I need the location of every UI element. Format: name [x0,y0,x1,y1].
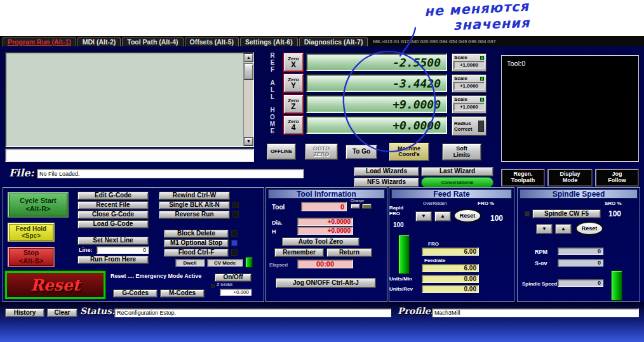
return-button[interactable]: Return [326,248,372,257]
recent-file-button[interactable]: Recent File [77,201,149,209]
radius-correct-button[interactable]: Radius Correct [452,116,486,136]
tab-settings[interactable]: Settings (Alt-6) [240,37,298,46]
zero-4-button[interactable]: Zero 4 [283,115,304,135]
scale-y-value[interactable]: +1.0000 [453,82,485,90]
m-codes-button[interactable]: M-Codes [160,289,205,298]
block-delete-button[interactable]: Block Delete [164,230,229,238]
flood-button[interactable]: Flood Ctrl-F [164,249,229,257]
load-gcode-button[interactable]: Load G-Code [77,220,149,228]
tool-change-down-button[interactable] [362,204,372,209]
history-button[interactable]: History [5,308,44,317]
sro-decrease-button[interactable]: ▼ [536,224,553,234]
gcode-scrollbar[interactable]: ▲ ▼ [243,53,253,146]
tool-h-field[interactable]: +0.0000 [297,227,353,235]
overridden-label: OverRidden [423,201,446,206]
ref-all-home-button[interactable]: R E F A L L H O M E [267,53,278,135]
auto-tool-zero-button[interactable]: Auto Tool Zero [282,237,359,246]
line-number-field[interactable]: 0 [97,246,149,254]
g-codes-button[interactable]: G-Codes [113,289,158,298]
fro-value-field[interactable]: 6.00 [422,247,479,256]
dro-x-axis[interactable]: -2.5500 [306,53,447,71]
fro-increase-button[interactable]: ▲ [434,211,451,221]
cycle-start-button[interactable]: Cycle Start <Alt-R> [8,192,69,218]
conversational-button[interactable]: Conversational [421,177,493,188]
close-gcode-button[interactable]: Close G-Code [77,211,149,219]
stop-button[interactable]: Stop <Alt-S> [8,247,55,267]
spindle-speed-field[interactable]: 0 [558,279,603,287]
zero-x-button[interactable]: Zero X [283,53,304,72]
jog-on-off-button[interactable]: Jog ON/OFF Ctrl-Alt-J [276,278,376,288]
tool-dia-field[interactable]: +0.0000 [297,218,353,226]
tool-number-field[interactable]: 0 [301,202,347,211]
tab-offsets[interactable]: Offsets (Alt-5) [185,37,239,46]
tab-tool-path[interactable]: Tool Path (Alt-4) [122,37,183,46]
to-go-button[interactable]: To Go [345,145,377,159]
goto-zero-button[interactable]: GOTO ZERO [305,143,338,160]
sro-increase-button[interactable]: ▲ [555,224,572,234]
scale-x-box[interactable]: Scale +1.0000 [452,53,486,72]
clear-button[interactable]: Clear [47,308,77,317]
run-from-here-button[interactable]: Run From Here [77,256,149,264]
spindle-cw-button[interactable]: Spindle CW F5 [532,209,601,218]
sro-slider[interactable] [611,270,622,301]
z-inhibit-led-icon [211,284,215,288]
soft-limits-button[interactable]: Soft Limits [442,143,481,161]
units-min-field: 0.00 [422,275,479,283]
regen-toolpath-button[interactable]: Regen. Toolpath [501,169,545,187]
scale-z-box[interactable]: Scale +1.0000 [452,95,486,114]
sro-down-icon: ▼ [542,227,547,232]
rewind-button[interactable]: Rewind Ctrl-W [159,192,230,200]
m1-optional-stop-button[interactable]: M1 Optional Stop [164,239,229,247]
tool-label: Tool [272,204,285,211]
scale-z-value[interactable]: +1.0000 [453,103,485,111]
on-off-button[interactable]: On/Off [215,273,252,282]
gcode-list[interactable]: ▲ ▼ [5,52,254,147]
toolpath-display[interactable]: Tool:0 [501,55,639,162]
tab-program-run[interactable]: Program Run (Alt-1) [3,37,76,46]
scroll-down-button[interactable]: ▼ [244,137,253,146]
dro-y-axis[interactable]: -3.4420 [306,74,447,92]
single-blk-button[interactable]: Single BLK Alt-N [159,201,230,209]
z-inhibit-value-field[interactable]: +0.000 [220,289,252,296]
sov-field[interactable]: 0 [558,259,603,266]
feed-hold-button[interactable]: Feed Hold <Spc> [8,223,55,242]
scrollbar-thumb[interactable] [244,63,253,80]
single-blk-led-icon [232,202,239,208]
load-wizards-button[interactable]: Load Wizards [354,167,419,176]
scale-y-label: Scale [454,76,467,81]
tool-information-header: Tool Information [268,189,385,199]
fro-decrease-button[interactable]: ▼ [415,211,432,221]
remember-button[interactable]: Remember [274,248,324,257]
zero-z-button[interactable]: Zero Z [283,95,304,114]
machine-coords-button[interactable]: Machine Coord's [389,142,429,161]
fro-reset-button[interactable]: Reset [453,209,481,223]
set-next-line-button[interactable]: Set Next Line [77,237,149,245]
nfs-wizards-button[interactable]: NFS Wizards [354,178,419,187]
scale-x-led-icon [480,56,484,60]
tool-change-up-button[interactable] [351,204,360,209]
reset-button[interactable]: Reset [5,271,105,299]
scale-x-value[interactable]: +1.0000 [453,61,485,69]
edit-gcode-button[interactable]: Edit G-Code [77,192,149,200]
fro-slider[interactable] [398,235,410,274]
scale-z-label: Scale [454,96,467,102]
display-mode-button[interactable]: Display Mode [547,169,593,187]
m1-optional-stop-led-icon [231,240,238,246]
jog-follow-button[interactable]: Jog Follow [595,169,639,187]
mach3-window: Program Run (Alt-1) MDI (Alt-2) Tool Pat… [0,0,644,342]
dro-4-axis[interactable]: +0.0000 [306,116,447,134]
feedrate-value-field[interactable]: 6.00 [422,264,479,272]
sro-reset-button[interactable]: Reset [575,221,603,235]
scale-y-box[interactable]: Scale +1.0000 [452,74,486,93]
scroll-up-button[interactable]: ▲ [244,53,253,62]
last-wizard-button[interactable]: Last Wizard [421,167,493,176]
reverse-run-button[interactable]: Reverse Run [159,211,230,219]
radius-correct-label: Radius Correct [454,121,472,132]
zero-4-axis-letter: 4 [292,124,296,131]
tab-diagnostics[interactable]: Diagnostics (Alt-7) [299,37,368,46]
file-label: File: [9,167,34,179]
tab-mdi[interactable]: MDI (Alt-2) [77,37,121,46]
offline-button[interactable]: OFFLINE [267,143,296,160]
zero-y-button[interactable]: Zero Y [283,74,304,93]
dro-z-axis[interactable]: +9.0000 [306,95,447,113]
